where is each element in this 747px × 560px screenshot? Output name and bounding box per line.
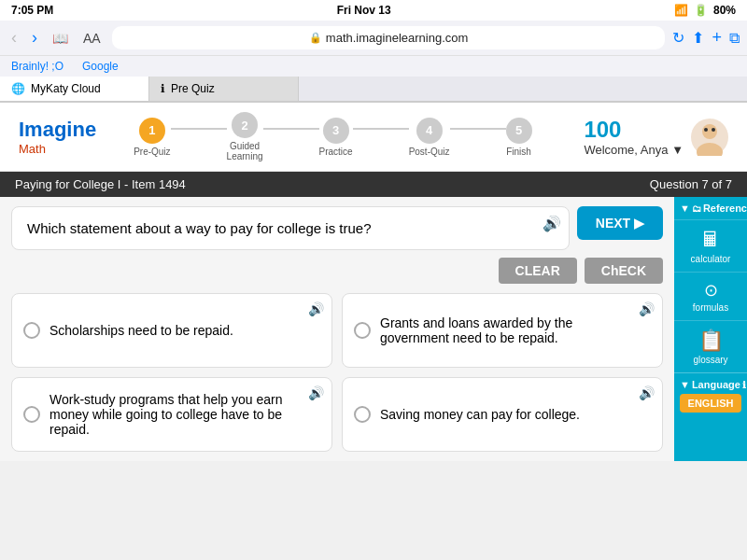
answer-radio-d[interactable] — [354, 406, 371, 423]
question-text: Which statement about a way to pay for c… — [27, 220, 372, 236]
reference-label: Reference — [703, 203, 747, 214]
tab-icon-prequiz: ℹ — [161, 82, 165, 95]
svg-point-1 — [702, 124, 717, 139]
answer-audio-c[interactable]: 🔊 — [308, 385, 324, 400]
sidebar-glossary[interactable]: 📋 glossary — [674, 320, 747, 372]
user-info: 100 Welcome, Anya ▼ — [584, 117, 728, 157]
triangle-lang-icon: ▼ — [680, 379, 690, 390]
sidebar-calculator[interactable]: 🖩 calculator — [674, 219, 747, 272]
info-icon: ℹ — [742, 380, 746, 390]
answer-card-d[interactable]: Saving money can pay for college. 🔊 — [342, 377, 663, 452]
quiz-title: Paying for College I - Item 1494 — [15, 177, 186, 191]
reference-header[interactable]: ▼ 🗂 Reference — [674, 197, 747, 219]
progress-line-1 — [171, 128, 227, 130]
language-header: ▼ Language ℹ — [680, 379, 741, 390]
lock-icon: 🔒 — [309, 32, 322, 44]
answer-radio-b[interactable] — [354, 322, 371, 339]
answer-card-a[interactable]: Scholarships need to be repaid. 🔊 — [11, 293, 332, 368]
next-button[interactable]: NEXT ▶ — [577, 206, 663, 240]
step-1: 1 Pre-Quiz — [134, 118, 170, 157]
svg-point-4 — [712, 128, 715, 132]
battery-icon: 🔋 — [694, 4, 708, 17]
action-row: CLEAR ChECK — [11, 258, 663, 284]
step-label-1: Pre-Quiz — [134, 147, 170, 157]
clear-button[interactable]: CLEAR — [499, 258, 577, 284]
back-button[interactable]: ‹ — [7, 28, 21, 48]
book-icon: 📖 — [52, 31, 68, 46]
status-bar: 7:05 PM Fri Nov 13 📶 🔋 80% — [0, 0, 747, 21]
answer-audio-b[interactable]: 🔊 — [639, 301, 655, 316]
question-row: Which statement about a way to pay for c… — [11, 206, 663, 250]
reference-icon: 🗂 — [692, 203, 701, 214]
progress-steps: 1 Pre-Quiz 2 GuidedLearning 3 Practice — [134, 112, 546, 161]
answer-card-c[interactable]: Work-study programs that help you earn m… — [11, 377, 332, 452]
answers-grid: Scholarships need to be repaid. 🔊 Grants… — [11, 293, 663, 452]
bookmark-brainly[interactable]: Brainly! ;O — [11, 60, 63, 73]
step-circle-2: 2 — [232, 112, 258, 138]
tab-prequiz[interactable]: ℹ Pre Quiz — [149, 77, 299, 101]
answer-radio-a[interactable] — [23, 322, 40, 339]
formulas-label: formulas — [693, 302, 728, 313]
welcome-text: Welcome, Anya ▼ — [584, 143, 684, 157]
answer-text-c: Work-study programs that help you earn m… — [49, 392, 294, 437]
tab-label-prequiz: Pre Quiz — [171, 82, 215, 95]
step-circle-1: 1 — [139, 118, 165, 144]
address-bar[interactable]: 🔒 math.imaginelearning.com — [112, 26, 666, 49]
language-section: ▼ Language ℹ ENGLISH — [674, 373, 747, 418]
score-display: 100 — [584, 117, 684, 143]
new-tab-button[interactable]: + — [712, 28, 722, 48]
brand-sub: Math — [19, 142, 96, 156]
font-size-button[interactable]: AA — [79, 31, 105, 46]
check-button[interactable]: ChECK — [585, 258, 663, 284]
glossary-icon: 📋 — [698, 329, 724, 353]
question-audio-button[interactable]: 🔊 — [543, 215, 561, 232]
answer-text-a: Scholarships need to be repaid. — [49, 323, 233, 338]
calculator-label: calculator — [691, 254, 731, 264]
tabs-button[interactable]: ⧉ — [729, 30, 740, 47]
tabs-bar: 🌐 MyKaty Cloud ℹ Pre Quiz — [0, 77, 747, 102]
browser-chrome: ‹ › 📖 AA 🔒 math.imaginelearning.com ↻ ⬆ … — [0, 21, 747, 103]
question-box: Which statement about a way to pay for c… — [11, 206, 570, 250]
answer-card-b[interactable]: Grants and loans awarded by the governme… — [342, 293, 663, 368]
sidebar: ▼ 🗂 Reference 🖩 calculator ⊙ formulas 📋 … — [674, 197, 747, 461]
sidebar-formulas[interactable]: ⊙ formulas — [674, 272, 747, 320]
progress-line-2 — [263, 128, 319, 130]
triangle-icon: ▼ — [680, 203, 690, 214]
answer-radio-c[interactable] — [23, 406, 40, 423]
forward-button[interactable]: › — [28, 28, 41, 48]
calculator-icon: 🖩 — [700, 228, 721, 252]
step-2: 2 GuidedLearning — [227, 112, 263, 161]
reader-mode-button[interactable]: 📖 — [49, 31, 72, 46]
answer-text-d: Saving money can pay for college. — [380, 407, 580, 422]
language-label: Language — [692, 379, 740, 390]
step-4: 4 Post-Quiz — [409, 118, 450, 157]
app-container: Imagine Math 1 Pre-Quiz 2 GuidedLearning — [0, 103, 747, 461]
share-button[interactable]: ⬆ — [692, 29, 704, 47]
answer-audio-d[interactable]: 🔊 — [639, 385, 655, 400]
step-circle-4: 4 — [416, 118, 443, 144]
english-button[interactable]: ENGLISH — [680, 394, 741, 413]
quiz-header: Paying for College I - Item 1494 Questio… — [0, 172, 747, 197]
url-text: math.imaginelearning.com — [326, 31, 468, 45]
font-size-label: AA — [83, 31, 101, 46]
tab-mykaty[interactable]: 🌐 MyKaty Cloud — [0, 77, 149, 101]
content-area: Which statement about a way to pay for c… — [11, 206, 663, 452]
svg-point-3 — [704, 128, 708, 132]
brand-name: Imagine — [19, 118, 96, 142]
progress-line-4 — [450, 128, 506, 130]
status-time: 7:05 PM — [11, 4, 53, 17]
question-info: Question 7 of 7 — [650, 177, 732, 191]
step-circle-3: 3 — [323, 118, 349, 144]
bookmark-google[interactable]: Google — [82, 60, 119, 73]
answer-audio-a[interactable]: 🔊 — [308, 301, 324, 316]
avatar — [691, 119, 728, 156]
app-header: Imagine Math 1 Pre-Quiz 2 GuidedLearning — [0, 103, 747, 172]
tab-icon-mykaty: 🌐 — [11, 82, 25, 95]
progress-line-3 — [353, 128, 409, 130]
step-label-3: Practice — [319, 147, 353, 157]
battery-percent: 80% — [713, 4, 736, 17]
reload-button[interactable]: ↻ — [672, 29, 684, 47]
brand: Imagine Math — [19, 118, 96, 156]
step-label-2: GuidedLearning — [227, 141, 263, 161]
dropdown-icon[interactable]: ▼ — [671, 143, 684, 157]
